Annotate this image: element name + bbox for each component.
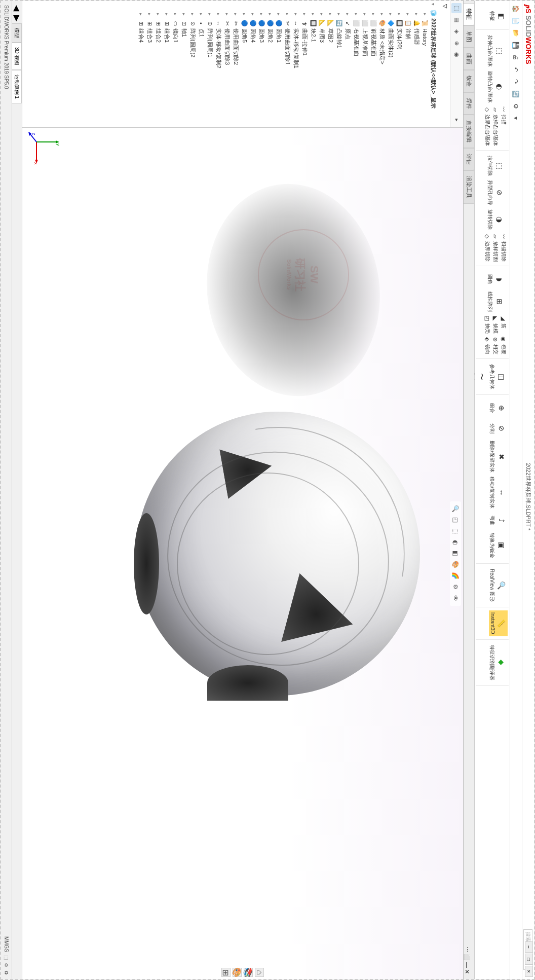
ref-geom-button[interactable]: ◫参考几何体	[487, 362, 508, 391]
draft-button[interactable]: ◣拔模	[491, 314, 500, 335]
tree-item[interactable]: ▸🔵圆角3	[257, 2, 266, 126]
tree-item[interactable]: ▸✂使用曲面切除1	[283, 2, 292, 126]
expand-icon[interactable]: ▸	[302, 13, 308, 18]
feature-recognize-button[interactable]: ◆特征识别翻译器	[487, 643, 508, 682]
tree-item[interactable]: ▸🔵圆角5	[240, 2, 249, 126]
zoom-fit-icon[interactable]: 🔍	[451, 504, 460, 514]
expand-icon[interactable]: ▸	[423, 13, 428, 18]
combine-button[interactable]: ⊕组合	[487, 398, 508, 418]
expand-icon[interactable]: ▸	[363, 13, 368, 18]
expand-icon[interactable]: ▸	[182, 13, 187, 18]
collapse-icon[interactable]: ▾	[431, 3, 436, 8]
tree-tab-more-icon[interactable]: ▸	[452, 115, 462, 125]
boundary-cut-button[interactable]: ◇边界切除	[483, 232, 491, 263]
expand-icon[interactable]: ▸	[414, 13, 419, 18]
options-icon[interactable]: ⚙	[512, 101, 521, 111]
tab-sheetmetal[interactable]: 钣金	[464, 70, 475, 92]
expand-icon[interactable]: ▸	[156, 13, 161, 18]
expand-icon[interactable]: ▸	[242, 13, 247, 18]
tree-item[interactable]: ▸🔵圆角4	[249, 2, 257, 126]
tree-item[interactable]: ▸📋注解	[404, 2, 412, 126]
loft-cut-button[interactable]: ▱放样切割	[491, 232, 500, 263]
appearance-tab-icon[interactable]: 🎨	[233, 968, 242, 977]
expand-icon[interactable]: ▸	[147, 13, 152, 18]
tree-item[interactable]: ▸⬜前视基准面	[369, 2, 378, 126]
expand-icon[interactable]: ▸	[277, 13, 282, 18]
tree-item[interactable]: ▸🔵圆角2	[266, 2, 275, 126]
tree-item[interactable]: ▸↔实体-移动/复制1	[292, 2, 300, 126]
tree-item[interactable]: ▸🔲实体(20)	[395, 2, 404, 126]
expand-icon[interactable]: ▸	[165, 13, 170, 18]
tree-item[interactable]: ▸🔄凸旋转1	[335, 2, 343, 126]
3d-viewport[interactable]: 🔍 ◰ ⬚ ◐ ◧ 🎨 🌈 ⚙ 👁 SW 研习社 SolidWorks	[22, 128, 463, 979]
tree-item[interactable]: ▸⬜上视基准面	[361, 2, 369, 126]
tree-item[interactable]: ▸✂使用曲面切除2	[232, 2, 240, 126]
feature-tree[interactable]: ▾ 🧊 2022世界杯足球 (默认<<默认>_显示 ▸📜History▸🔔传感器…	[22, 1, 440, 127]
expand-icon[interactable]: ▸	[294, 13, 299, 18]
dropdown-icon[interactable]: ▾	[512, 114, 521, 123]
tab-expand-icon[interactable]: ⋯ ⬜ — ✕	[464, 943, 470, 977]
expand-icon[interactable]: ▸	[328, 13, 333, 18]
expand-icon[interactable]: ▸	[320, 13, 325, 18]
print-icon[interactable]: 🖨	[512, 53, 521, 62]
tree-item[interactable]: ▸🎨材质 <未指定>	[378, 2, 387, 126]
rib-button[interactable]: ◢筋	[500, 314, 508, 335]
library-tab-icon[interactable]: 📚	[244, 968, 253, 977]
view-orientation-icon[interactable]: ⬚	[451, 527, 460, 536]
tree-item[interactable]: ▸↔实体-移动/复制2	[214, 2, 223, 126]
tree-item[interactable]: ▸⬭镜向1	[171, 2, 180, 126]
expand-icon[interactable]: ▸	[251, 13, 256, 18]
bottom-tab-model[interactable]: 模型	[12, 23, 22, 43]
hide-show-icon[interactable]: 👁	[451, 594, 460, 603]
extrude-boss-button[interactable]: ⬚拉伸凸台/基体	[483, 33, 508, 69]
expand-icon[interactable]: ▸	[268, 13, 273, 18]
status-icon-1[interactable]: ⬚	[4, 955, 9, 960]
expand-icon[interactable]: ▸	[311, 13, 316, 18]
scene-icon[interactable]: 🎨	[451, 560, 460, 569]
display-style-icon[interactable]: ◐	[451, 538, 460, 547]
filter-icon[interactable]: ▽	[442, 4, 448, 8]
shell-button[interactable]: ◰抽壳	[483, 314, 491, 335]
tree-root[interactable]: ▾ 🧊 2022世界杯足球 (默认<<默认>_显示	[429, 2, 438, 126]
next-tab-icon[interactable]: ▶	[12, 13, 22, 23]
tree-item[interactable]: ▸⬜右视基准面	[352, 2, 361, 126]
tree-tab-feature-icon[interactable]: ⬚	[452, 3, 462, 13]
tab-feature[interactable]: 特征	[464, 3, 475, 25]
save-icon[interactable]: 💾	[512, 41, 521, 50]
sweep-button[interactable]: 〰扫描	[500, 105, 508, 148]
tree-item[interactable]: ▸📐草图3	[318, 2, 326, 126]
tree-item[interactable]: ▸✂使用曲面切除3	[223, 2, 232, 126]
expand-icon[interactable]: ▸	[225, 13, 230, 18]
expand-icon[interactable]: ▸	[406, 13, 411, 18]
tree-item[interactable]: ▸⊙阵列(圆周)1	[206, 2, 214, 126]
expand-icon[interactable]: ▸	[346, 13, 351, 18]
split-button[interactable]: ⊘分割	[487, 418, 508, 439]
apply-scene-icon[interactable]: 🌈	[451, 571, 460, 580]
tab-direct-edit[interactable]: 直接编辑	[464, 115, 475, 148]
expand-icon[interactable]: ▸	[397, 13, 402, 18]
tree-item[interactable]: ▸⊞组合4	[137, 2, 145, 126]
close-button[interactable]: ×	[525, 966, 533, 977]
tree-item[interactable]: ▸⊡轴1	[180, 2, 188, 126]
tree-item[interactable]: ▸🔵圆角1	[275, 2, 283, 126]
resources-tab-icon[interactable]: ⌂	[255, 968, 264, 977]
tree-item[interactable]: ▸↙原点	[343, 2, 352, 126]
tab-render[interactable]: 渲染工具	[464, 170, 475, 204]
tab-surface[interactable]: 曲面	[464, 48, 475, 70]
tree-item[interactable]: ▸🔷曲面实体(2)	[387, 2, 395, 126]
tree-item[interactable]: ▸⊞组合3	[145, 2, 154, 126]
delete-keep-button[interactable]: ✖删除/保留实体	[487, 439, 508, 475]
expand-icon[interactable]: ▸	[199, 13, 204, 18]
units-label[interactable]: MMGS	[4, 936, 9, 952]
home-icon[interactable]: 🏠	[512, 4, 521, 13]
tree-item[interactable]: ▸📐草图2	[326, 2, 335, 126]
extrude-cut-button[interactable]: ⬚拉伸切除	[483, 154, 508, 178]
redo-icon[interactable]: ↷	[512, 77, 521, 86]
undo-icon[interactable]: ↶	[512, 65, 521, 74]
fillet-button[interactable]: ◗圆角	[483, 269, 508, 289]
minimize-button[interactable]: −	[525, 941, 533, 953]
expand-icon[interactable]: ▸	[208, 13, 213, 18]
new-icon[interactable]: 📄	[512, 16, 521, 25]
wrap-button[interactable]: ◉包覆	[500, 335, 508, 355]
revolve-boss-button[interactable]: ◐旋转凸台/基体	[483, 69, 508, 105]
